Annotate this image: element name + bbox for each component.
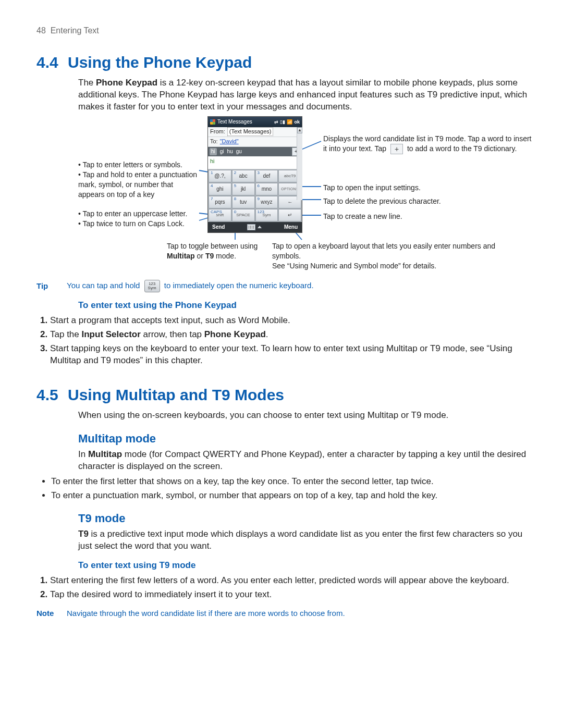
key: 3def xyxy=(255,170,278,182)
key: 7pqrs xyxy=(209,196,231,208)
subheading-enter-phone-keypad: To enter text using the Phone Keypad xyxy=(78,300,534,312)
callout-left-letters: Tap to enter letters or symbols. Tap and… xyxy=(78,160,201,200)
key: 4ghi xyxy=(209,183,231,195)
svg-line-3 xyxy=(301,141,321,150)
softkey-menu: Menu xyxy=(284,224,298,231)
note-text: Navigate through the word candidate list… xyxy=(67,608,345,619)
t9-paragraph: T9 is a predictive text input mode which… xyxy=(78,528,534,552)
key: 2abc xyxy=(232,170,255,182)
list-item: Start tapping keys on the keyboard to en… xyxy=(50,343,534,367)
titlebar: Text Messages ⇄▯▮📶ok xyxy=(208,117,302,127)
heading-number: 4.5 xyxy=(36,385,62,406)
sym-key-icon: 123Sym xyxy=(144,280,160,292)
running-header: 48 Entering Text xyxy=(36,25,534,36)
multitap-paragraph: In Multitap mode (for Compact QWERTY and… xyxy=(78,449,534,473)
list-item: Tap the Input Selector arrow, then tap P… xyxy=(50,329,534,341)
heading-4-4: 4.4 Using the Phone Keypad xyxy=(36,52,534,73)
note-label: Note xyxy=(36,608,57,619)
input-selector xyxy=(247,224,262,230)
callout-right-settings: Tap to open the input settings. xyxy=(323,183,532,193)
key: 1@.?, xyxy=(209,170,231,182)
keyboard-icon xyxy=(247,224,255,230)
tip-row: Tip You can tap and hold 123Sym to immed… xyxy=(36,280,534,292)
list-item: Start a program that accepts text input,… xyxy=(50,315,534,327)
from-row: From: (Text Messages) xyxy=(208,127,302,137)
multitap-bullets: To enter the first letter that shows on … xyxy=(36,476,534,502)
chapter-name: Entering Text xyxy=(51,26,99,35)
heading-4-5: 4.5 Using Multitap and T9 Modes xyxy=(36,385,534,406)
tip-text: You can tap and hold 123Sym to immediate… xyxy=(67,280,314,292)
subheading-enter-t9: To enter text using T9 mode xyxy=(78,560,534,572)
list-item: To enter the first letter that shows on … xyxy=(51,476,534,488)
heading-title: Using the Phone Keypad xyxy=(68,52,252,73)
compose-area: hi xyxy=(208,156,302,169)
key: 0SPACE xyxy=(232,209,255,221)
to-row: To: "David" xyxy=(208,137,302,147)
steps-phone-keypad: Start a program that accepts text input,… xyxy=(36,315,534,367)
tip-label: Tip xyxy=(36,281,57,291)
callout-left-caps: Tap to enter an uppercase letter. Tap tw… xyxy=(78,209,201,229)
steps-t9: Start entering the first few letters of … xyxy=(36,575,534,601)
plus-icon: + xyxy=(390,144,403,154)
keypad-grid: 1@.?,2abc3defabcT94ghi5jkl6mnoOPTIONS7pq… xyxy=(208,169,302,222)
callout-bottom-toggle: Tap to toggle between using Multitap or … xyxy=(167,241,276,261)
heading-title: Using Multitap and T9 Modes xyxy=(68,385,284,406)
key: 5jkl xyxy=(232,183,255,195)
key: 6mno xyxy=(255,183,278,195)
heading-number: 4.4 xyxy=(36,52,62,73)
page-number: 48 xyxy=(36,26,46,35)
key: 9wxyz xyxy=(255,196,278,208)
intro-4-5: When using the on-screen keyboards, you … xyxy=(78,410,534,422)
callout-right-delete: Tap to delete the previous character. xyxy=(323,196,532,206)
list-item: Tap the desired word to immediately inse… xyxy=(50,589,534,601)
key: CAPSshift xyxy=(209,209,231,221)
intro-paragraph: The Phone Keypad is a 12-key on-screen k… xyxy=(78,77,534,113)
candidate-row: hi gi hu gu + xyxy=(208,147,302,156)
windows-flag-icon xyxy=(210,119,215,125)
callout-right-newline: Tap to create a new line. xyxy=(323,212,532,221)
status-icons: ⇄▯▮📶ok xyxy=(274,119,300,125)
softkey-send: Send xyxy=(212,224,225,231)
list-item: Start entering the first few letters of … xyxy=(50,575,534,587)
callout-bottom-numeric: Tap to open a keyboard layout that lets … xyxy=(272,241,496,271)
scrollbar: ▲ xyxy=(297,127,302,200)
keypad-diagram: Text Messages ⇄▯▮📶ok From: (Text Message… xyxy=(78,116,537,273)
callout-right-candidates: Displays the word candidate list in T9 m… xyxy=(323,134,532,154)
note-row: Note Navigate through the word candidate… xyxy=(36,608,534,619)
phone-screenshot: Text Messages ⇄▯▮📶ok From: (Text Message… xyxy=(207,116,302,233)
heading-multitap: Multitap mode xyxy=(78,431,534,447)
softkey-bar: Send Menu xyxy=(208,222,302,232)
key: 8tuv xyxy=(232,196,255,208)
app-title: Text Messages xyxy=(217,118,252,126)
chevron-up-icon xyxy=(258,226,262,228)
heading-t9: T9 mode xyxy=(78,511,534,526)
list-item: To enter a punctuation mark, symbol, or … xyxy=(51,490,534,502)
key: ↵ xyxy=(278,209,301,221)
key: 123Sym xyxy=(255,209,278,221)
